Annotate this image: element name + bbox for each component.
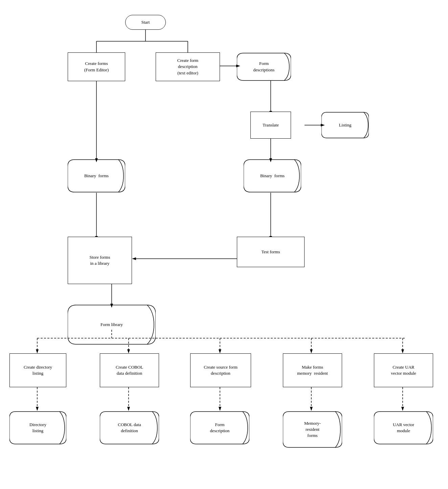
svg-marker-46 <box>401 407 404 411</box>
form-desc-out-node: Formdescription <box>190 411 249 445</box>
dir-listing-node: Directorylisting <box>9 411 66 445</box>
store-forms-node: Store formsin a library <box>68 237 132 284</box>
svg-marker-42 <box>219 407 221 411</box>
svg-marker-28 <box>36 349 39 353</box>
svg-marker-38 <box>36 407 39 411</box>
create-dir-listing-node: Create directorylisting <box>9 353 66 387</box>
create-form-desc-node: Create form description (text editor) <box>156 52 220 81</box>
create-forms-node: Create forms (Form Editor) <box>68 52 125 81</box>
make-forms-mem-node: Make formsmemory resident <box>283 353 342 387</box>
cobol-data-node: COBOL datadefinition <box>100 411 159 445</box>
mem-resident-node: Memory-residentforms <box>283 411 342 448</box>
create-cobol-node: Create COBOLdata definition <box>100 353 159 387</box>
binary-forms-right-node: Binary forms <box>244 159 301 193</box>
listing-node: Listing <box>321 112 369 139</box>
svg-marker-30 <box>127 349 130 353</box>
flowchart-diagram: Start Create forms (Form Editor) Create … <box>0 0 448 489</box>
svg-marker-34 <box>310 349 313 353</box>
uar-vector-node: UAR vectormodule <box>374 411 433 445</box>
create-uar-node: Create UARvector module <box>374 353 433 387</box>
translate-node: Translate <box>250 112 291 139</box>
form-library-node: Form library <box>68 304 156 345</box>
test-forms-node: Test forms <box>237 237 305 267</box>
form-descriptions-node: Formdescriptions <box>237 52 291 81</box>
svg-marker-36 <box>401 349 404 353</box>
svg-marker-40 <box>127 407 130 411</box>
binary-forms-left-node: Binary forms <box>68 159 125 193</box>
svg-marker-44 <box>310 407 313 411</box>
svg-marker-32 <box>219 349 221 353</box>
start-node: Start <box>125 15 166 30</box>
create-source-node: Create source formdescription <box>190 353 251 387</box>
svg-marker-22 <box>132 257 136 260</box>
